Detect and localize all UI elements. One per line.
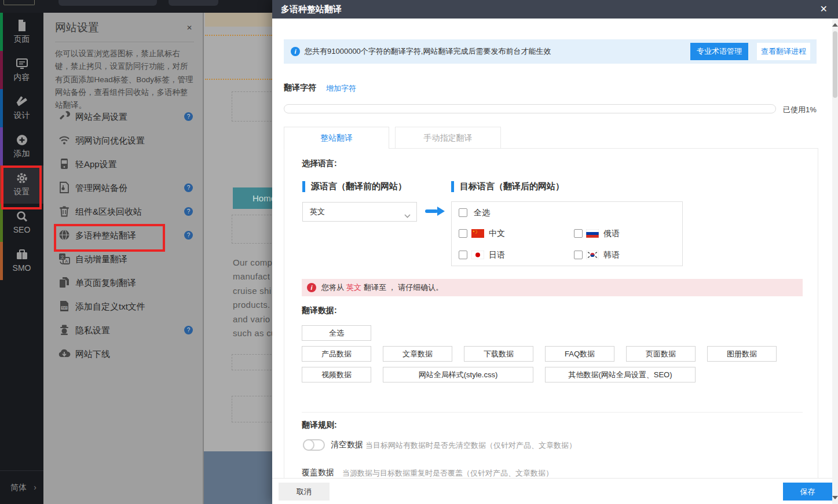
translate-icon: A文 (58, 252, 71, 265)
menu-item-auto-incremental[interactable]: A文 自动增量翻译 (43, 247, 203, 271)
menu-item-custom-txt[interactable]: TXT 添加自定义txt文件 (43, 295, 203, 318)
topbar-widget[interactable] (3, 0, 35, 5)
warning-prefix: 您将从 (321, 283, 344, 292)
sidebar-item-page[interactable]: 页面 (0, 13, 43, 51)
menu-item-global-settings[interactable]: 网站全局设置 ? (43, 105, 203, 128)
chinese-label: 中文 (489, 229, 505, 239)
tab-manual-translation[interactable]: 手动指定翻译 (395, 127, 501, 149)
korean-label: 韩语 (603, 250, 620, 260)
data-download-button[interactable]: 下载数据 (464, 346, 533, 362)
warning-banner: i 您将从英文翻译至 ， 请仔细确认。 (302, 279, 803, 296)
data-video-button[interactable]: 视频数据 (302, 367, 371, 382)
data-album-button[interactable]: 图册数据 (707, 346, 777, 362)
svg-text:A: A (65, 259, 68, 264)
help-icon[interactable]: ? (184, 183, 193, 192)
topbar-input-2[interactable] (169, 0, 218, 6)
section-bar (451, 181, 454, 192)
data-faq-button[interactable]: FAQ数据 (545, 346, 614, 362)
sidebar-item-smo[interactable]: SMO (0, 242, 43, 280)
sidebar-item-settings[interactable]: 设置 (0, 165, 43, 204)
language-switcher[interactable]: 简体 › (0, 476, 43, 499)
help-icon[interactable]: ? (184, 231, 193, 240)
menu-item-light-app[interactable]: 轻App设置 (43, 152, 203, 176)
strip (0, 165, 3, 204)
design-icon (0, 95, 43, 108)
data-global-style-button[interactable]: 网站全局样式(style.css) (383, 367, 533, 382)
topbar-input-1[interactable] (58, 0, 157, 6)
panel-description: 你可以设置浏览器图标，禁止鼠标右键，禁止拷贝，设置防同行功能，对所有页面添加He… (55, 47, 194, 112)
clear-data-desc: 当目标网站有数据时是否先清空数据（仅针对产品、文章数据） (365, 440, 576, 451)
korean-checkbox[interactable] (574, 251, 583, 259)
strip (0, 127, 3, 165)
translation-progress-button[interactable]: 查看翻译进程 (757, 43, 810, 60)
sidebar-item-seo[interactable]: SEO (0, 204, 43, 242)
add-characters-link[interactable]: 增加字符 (326, 83, 356, 94)
copy-icon (58, 276, 71, 289)
warning-suffix: 翻译至 ， 请仔细确认。 (364, 283, 443, 292)
strip (0, 204, 3, 242)
chinese-checkbox[interactable] (459, 229, 467, 238)
scroll-down-icon[interactable] (832, 496, 838, 499)
japan-flag-icon (471, 251, 484, 259)
menu-item-weak-network[interactable]: 弱网访问优化设置 (43, 128, 203, 152)
wrench-icon (58, 110, 71, 123)
russian-label: 俄语 (603, 229, 620, 239)
data-article-button[interactable]: 文章数据 (383, 346, 452, 362)
japanese-label: 日语 (489, 250, 505, 260)
terminology-button[interactable]: 专业术语管理 (690, 43, 748, 60)
plus-icon (0, 134, 43, 146)
tab-content: 选择语言: 源语言（翻译前的网站） 目标语言（翻译后的网站） 英文 全选 中文 … (284, 148, 818, 478)
editor-canvas: Home Our comp manufact cruise shi produc… (203, 13, 272, 504)
korea-flag-icon (586, 251, 599, 259)
strip (0, 51, 3, 89)
help-icon[interactable]: ? (184, 207, 193, 216)
placeholder-box (232, 396, 272, 422)
russia-flag-icon (586, 229, 599, 238)
russian-checkbox[interactable] (574, 229, 583, 238)
menu-item-single-page-copy[interactable]: 单页面复制翻译 (43, 271, 203, 295)
warning-language: 英文 (346, 283, 361, 292)
data-product-button[interactable]: 产品数据 (302, 346, 371, 362)
scroll-up-icon[interactable] (832, 23, 838, 27)
data-page-button[interactable]: 页面数据 (626, 346, 696, 362)
cancel-button[interactable]: 取消 (279, 483, 330, 501)
tab-whole-site-translation[interactable]: 整站翻译 (284, 127, 389, 149)
menu-item-multilang-translation[interactable]: 多语种整站翻译 ? (43, 223, 203, 247)
arrow-right-icon (425, 206, 445, 219)
clear-data-label: 清空数据 (331, 440, 363, 450)
sidebar-item-add[interactable]: 添加 (0, 127, 43, 165)
menu-item-privacy[interactable]: 隐私设置 ? (43, 318, 203, 342)
data-select-all-button[interactable]: 全选 (302, 325, 371, 341)
menu-item-site-offline[interactable]: 网站下线 (43, 342, 203, 366)
data-other-button[interactable]: 其他数据(网站全局设置、SEO) (545, 367, 696, 382)
japanese-checkbox[interactable] (459, 251, 467, 259)
divider (302, 412, 803, 413)
help-icon[interactable]: ? (184, 112, 193, 121)
source-language-select[interactable]: 英文 (302, 202, 417, 222)
sidebar-item-design[interactable]: 设计 (0, 89, 43, 127)
divider (55, 42, 194, 42)
modal-title: 多语种整站翻译 (281, 0, 342, 19)
quota-progress-bar (284, 104, 776, 113)
panel-title: 网站设置 (55, 20, 99, 35)
strip (0, 242, 3, 280)
select-all-label: 全选 (474, 208, 490, 218)
home-button[interactable]: Home (233, 187, 272, 209)
settings-menu: 网站全局设置 ? 弱网访问优化设置 轻App设置 管理网站备份 ? 组件&区块回… (43, 105, 203, 366)
china-flag-icon (471, 229, 484, 238)
scrollbar[interactable] (832, 19, 838, 504)
close-icon[interactable]: ✕ (820, 0, 828, 19)
save-button[interactable]: 保存 (783, 483, 832, 501)
clear-data-toggle[interactable] (303, 439, 325, 451)
menu-item-backup[interactable]: 管理网站备份 ? (43, 176, 203, 200)
app-icon (58, 157, 71, 170)
page-text: Our comp manufact cruise shi products. a… (233, 256, 272, 340)
panel-close-icon[interactable]: ✕ (186, 24, 192, 31)
content-icon (0, 57, 43, 70)
scrollbar-thumb[interactable] (833, 31, 837, 98)
section-bar (302, 181, 305, 192)
menu-item-recycle-bin[interactable]: 组件&区块回收站 ? (43, 200, 203, 223)
select-all-checkbox[interactable] (459, 208, 467, 217)
sidebar-item-content[interactable]: 内容 (0, 51, 43, 89)
help-icon[interactable]: ? (184, 326, 193, 334)
